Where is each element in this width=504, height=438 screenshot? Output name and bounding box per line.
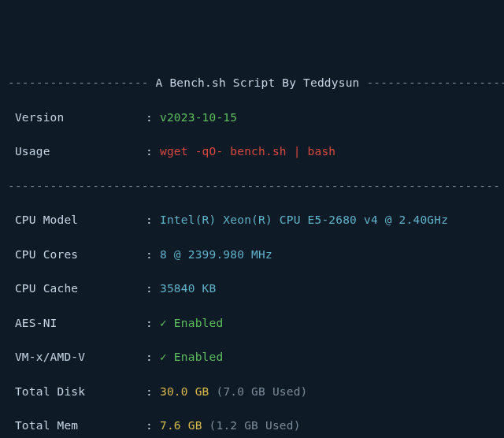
mem-total: 7.6 GB <box>160 419 202 432</box>
disk-total: 30.0 GB <box>160 385 209 398</box>
row-cpu-model: CPU Model:Intel(R) Xeon(R) CPU E5-2680 v… <box>8 212 496 229</box>
aesni-status: Enabled <box>167 317 223 329</box>
value-cpu-cache: 35840 KB <box>160 280 496 298</box>
colon: : <box>146 384 160 401</box>
value-total-disk: 30.0 GB (7.0 GB Used) <box>160 384 496 401</box>
label-cpu-cores: CPU Cores <box>8 247 146 264</box>
dash-right: -------------------- <box>366 75 504 92</box>
label-version: Version <box>8 110 146 127</box>
check-icon: ✓ <box>160 317 167 329</box>
colon: : <box>146 349 160 366</box>
value-total-mem: 7.6 GB (1.2 GB Used) <box>160 418 496 435</box>
row-vmx: VM-x/AMD-V:✓ Enabled <box>8 349 496 366</box>
colon: : <box>146 212 160 229</box>
colon: : <box>146 315 160 332</box>
header-title: A Bench.sh Script By Teddysun <box>149 75 367 92</box>
value-cpu-model: Intel(R) Xeon(R) CPU E5-2680 v4 @ 2.40GH… <box>160 212 496 229</box>
row-total-mem: Total Mem:7.6 GB (1.2 GB Used) <box>8 418 496 435</box>
colon: : <box>146 110 160 127</box>
row-cpu-cache: CPU Cache:35840 KB <box>8 280 496 298</box>
header-line: -------------------- A Bench.sh Script B… <box>8 75 496 92</box>
label-total-disk: Total Disk <box>8 384 146 401</box>
label-total-mem: Total Mem <box>8 418 146 435</box>
vmx-status: Enabled <box>167 351 223 363</box>
value-usage: wget -qO- bench.sh | bash <box>160 143 496 161</box>
value-vmx: ✓ Enabled <box>160 349 496 366</box>
row-version: Version:v2023-10-15 <box>8 110 496 127</box>
colon: : <box>146 247 160 264</box>
value-aesni: ✓ Enabled <box>160 315 496 332</box>
check-icon: ✓ <box>160 351 167 363</box>
label-cpu-cache: CPU Cache <box>8 280 146 298</box>
label-vmx: VM-x/AMD-V <box>8 349 146 366</box>
colon: : <box>146 280 160 298</box>
row-total-disk: Total Disk:30.0 GB (7.0 GB Used) <box>8 384 496 401</box>
value-version: v2023-10-15 <box>160 110 496 127</box>
row-cpu-cores: CPU Cores:8 @ 2399.980 MHz <box>8 247 496 264</box>
colon: : <box>146 143 160 161</box>
disk-used: (7.0 GB Used) <box>209 385 308 398</box>
divider: ----------------------------------------… <box>8 178 496 195</box>
row-aesni: AES-NI:✓ Enabled <box>8 315 496 332</box>
label-aesni: AES-NI <box>8 315 146 332</box>
label-usage: Usage <box>8 143 146 161</box>
row-usage: Usage:wget -qO- bench.sh | bash <box>8 143 496 161</box>
mem-used: (1.2 GB Used) <box>202 419 301 432</box>
colon: : <box>146 418 160 435</box>
label-cpu-model: CPU Model <box>8 212 146 229</box>
value-cpu-cores: 8 @ 2399.980 MHz <box>160 247 496 264</box>
dash-left: -------------------- <box>8 75 149 92</box>
